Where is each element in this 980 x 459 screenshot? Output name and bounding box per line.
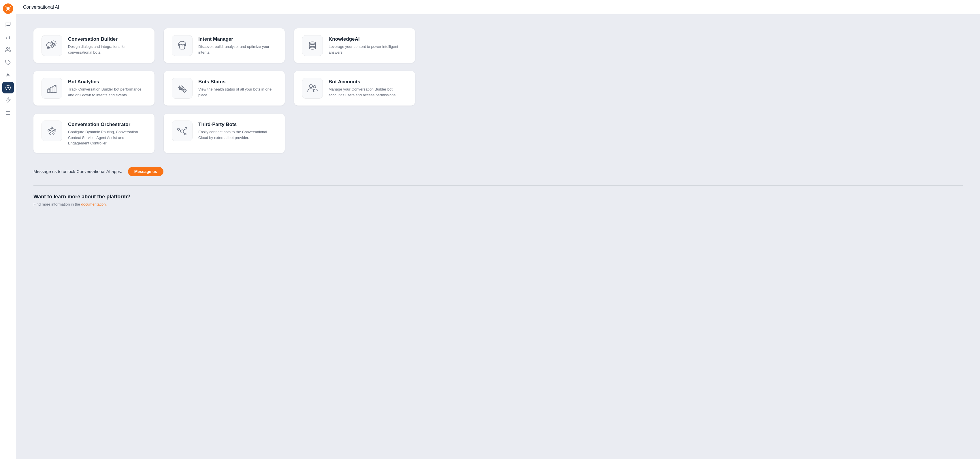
message-us-button[interactable]: Message us [128,167,164,176]
sidebar-item-conversational-ai[interactable] [2,82,14,93]
card-intent-manager[interactable]: Intent Manager Discover, build, analyze,… [164,28,285,63]
card-title-conversation-builder: Conversation Builder [68,36,146,42]
svg-point-9 [8,87,8,88]
card-third-party-bots[interactable]: Third-Party Bots Easily connect bots to … [164,113,285,153]
svg-point-31 [184,90,185,91]
svg-point-38 [53,132,54,134]
svg-line-53 [184,132,185,134]
card-content-knowledge-ai: KnowledgeAI Leverage your content to pow… [329,35,407,55]
svg-point-50 [185,133,186,135]
svg-point-23 [309,47,316,49]
svg-point-39 [51,130,53,132]
svg-point-37 [49,132,51,134]
svg-point-35 [48,129,49,131]
svg-point-7 [7,73,9,75]
sidebar-item-settings[interactable] [2,107,14,119]
main-content: Conversation Builder Design dialogs and … [16,14,980,459]
sidebar-item-contacts[interactable] [2,69,14,81]
svg-rect-24 [48,89,49,92]
card-desc-intent-manager: Discover, build, analyze, and optimize y… [198,44,277,55]
svg-point-20 [185,45,186,46]
card-title-conversation-orchestrator: Conversation Orchestrator [68,122,146,128]
card-bots-status[interactable]: Bots Status View the health status of al… [164,71,285,105]
svg-line-18 [51,46,52,47]
svg-rect-25 [51,87,53,92]
card-icon-knowledge-ai [302,35,323,56]
svg-point-19 [179,45,180,46]
sidebar-item-users[interactable] [2,44,14,55]
svg-point-29 [180,87,182,89]
card-bot-accounts[interactable]: Bot Accounts Manage your Conversation Bu… [294,71,415,105]
card-icon-third-party-bots [172,121,192,141]
card-title-knowledge-ai: KnowledgeAI [329,36,407,42]
svg-point-16 [52,43,53,44]
topbar: Conversational AI [16,0,980,14]
card-conversation-orchestrator[interactable]: Conversation Orchestrator Configure Dyna… [33,113,154,153]
svg-point-48 [178,128,180,130]
cards-grid: Conversation Builder Design dialogs and … [33,28,963,153]
card-icon-intent-manager [172,35,192,56]
unlock-text: Message us to unlock Conversational AI a… [33,169,122,174]
page-title: Conversational AI [23,5,59,10]
sidebar-item-analytics[interactable] [2,31,14,43]
svg-point-32 [309,84,312,88]
card-icon-bot-analytics [41,78,62,99]
card-knowledge-ai[interactable]: KnowledgeAI Leverage your content to pow… [294,28,415,63]
card-icon-bots-status [172,78,192,99]
svg-line-44 [53,132,53,133]
svg-line-51 [180,129,181,131]
documentation-link[interactable]: documentation. [81,202,107,206]
svg-line-52 [184,129,185,131]
card-title-bots-status: Bots Status [198,79,277,85]
sidebar-item-tags[interactable] [2,56,14,68]
card-content-bots-status: Bots Status View the health status of al… [198,78,277,98]
card-icon-conversation-orchestrator [41,121,62,141]
svg-line-41 [49,130,51,131]
svg-point-33 [313,85,316,88]
card-title-bot-analytics: Bot Analytics [68,79,146,85]
card-title-bot-accounts: Bot Accounts [329,79,407,85]
learn-more-title: Want to learn more about the platform? [33,194,963,200]
svg-point-21 [309,42,316,44]
svg-point-1 [6,7,10,10]
svg-marker-10 [6,98,10,103]
card-title-intent-manager: Intent Manager [198,36,277,42]
sidebar [0,0,16,459]
app-logo[interactable] [3,3,13,14]
card-title-third-party-bots: Third-Party Bots [198,122,277,128]
learn-more-section: Want to learn more about the platform? F… [33,194,963,206]
card-bot-analytics[interactable]: Bot Analytics Track Conversation Builder… [33,71,154,105]
sidebar-item-conversations[interactable] [2,18,14,30]
svg-point-22 [309,45,316,46]
card-desc-bots-status: View the health status of all your bots … [198,86,277,98]
card-icon-conversation-builder [41,35,62,56]
unlock-section: Message us to unlock Conversational AI a… [33,167,963,176]
card-desc-third-party-bots: Easily connect bots to the Conversationa… [198,129,277,140]
svg-point-36 [54,129,56,131]
card-content-conversation-builder: Conversation Builder Design dialogs and … [68,35,146,55]
card-content-intent-manager: Intent Manager Discover, build, analyze,… [198,35,277,55]
sidebar-item-automation[interactable] [2,94,14,106]
card-desc-bot-accounts: Manage your Conversation Builder bot acc… [329,86,407,98]
svg-line-42 [53,130,54,131]
card-desc-conversation-builder: Design dialogs and integrations for conv… [68,44,146,55]
card-content-bot-analytics: Bot Analytics Track Conversation Builder… [68,78,146,98]
card-content-bot-accounts: Bot Accounts Manage your Conversation Bu… [329,78,407,98]
svg-line-46 [52,128,54,130]
card-conversation-builder[interactable]: Conversation Builder Design dialogs and … [33,28,154,63]
section-divider [33,185,963,186]
card-desc-conversation-orchestrator: Configure Dynamic Routing, Conversation … [68,129,146,146]
card-content-conversation-orchestrator: Conversation Orchestrator Configure Dyna… [68,121,146,146]
card-content-third-party-bots: Third-Party Bots Easily connect bots to … [198,121,277,140]
svg-line-43 [51,132,51,133]
card-desc-knowledge-ai: Leverage your content to power intellige… [329,44,407,55]
card-desc-bot-analytics: Track Conversation Builder bot performan… [68,86,146,98]
learn-more-text: Find more information in the documentati… [33,202,963,206]
svg-point-5 [6,48,8,49]
card-icon-bot-accounts [302,78,323,99]
svg-point-17 [54,43,55,44]
svg-line-45 [49,128,51,130]
